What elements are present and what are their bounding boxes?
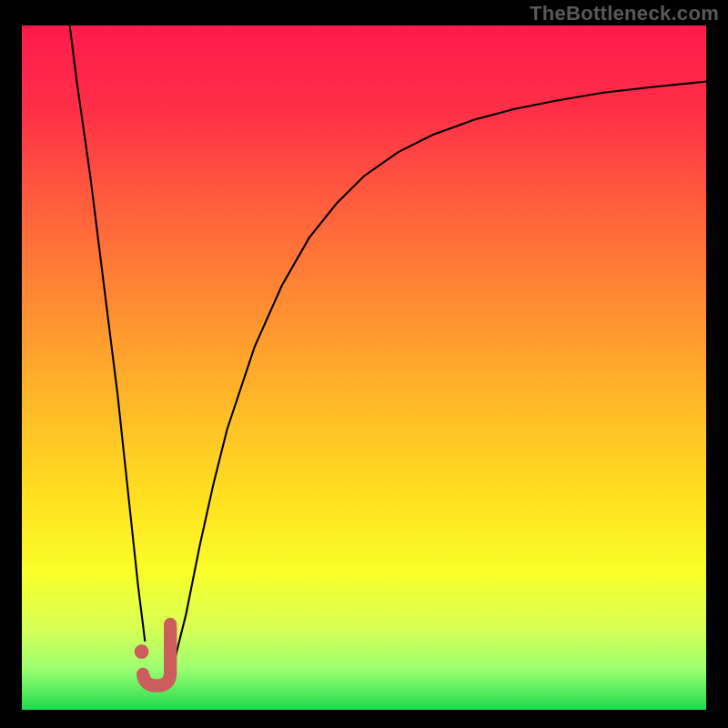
chart-frame: TheBottleneck.com <box>0 0 728 728</box>
svg-point-0 <box>135 644 149 659</box>
bottleneck-chart <box>22 25 706 710</box>
watermark-text: TheBottleneck.com <box>530 2 719 25</box>
gradient-background <box>22 25 706 710</box>
